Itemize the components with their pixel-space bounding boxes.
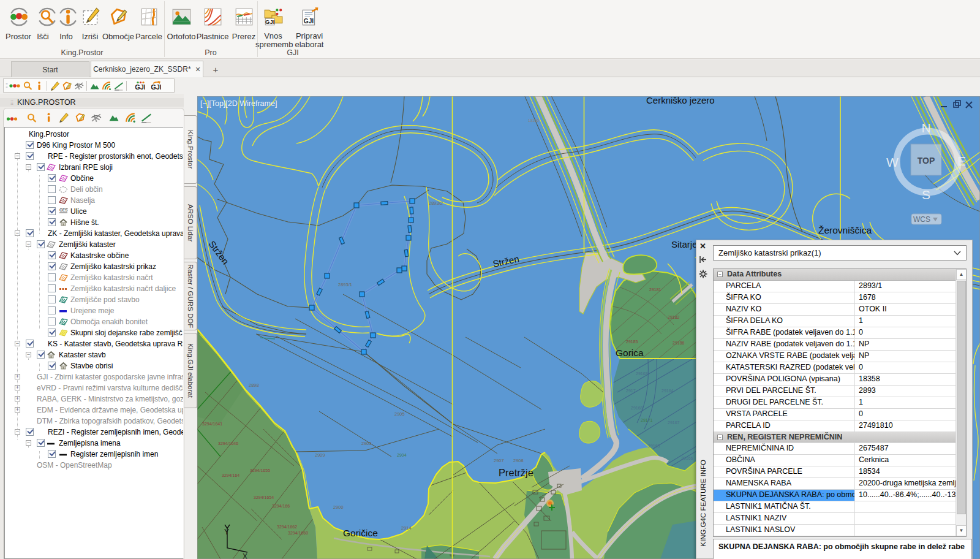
svg-text:E: E: [957, 154, 966, 168]
svg-text:29168: 29168: [631, 406, 643, 410]
svg-text:29186: 29186: [673, 341, 685, 345]
svg-text:29185: 29185: [626, 340, 638, 344]
svg-text:29181: 29181: [649, 287, 662, 292]
svg-text:2900: 2900: [333, 504, 344, 510]
svg-text:29166: 29166: [681, 456, 693, 460]
svg-text:2904: 2904: [397, 453, 407, 457]
svg-text:2908: 2908: [513, 458, 524, 463]
svg-text:2893/1: 2893/1: [338, 282, 352, 287]
svg-text:2893/2: 2893/2: [429, 200, 443, 206]
svg-text:W: W: [886, 155, 899, 169]
svg-text:Gorica: Gorica: [616, 348, 644, 358]
svg-text:TOP: TOP: [918, 156, 935, 165]
svg-text:2898: 2898: [249, 382, 259, 388]
svg-text:N: N: [921, 121, 930, 135]
svg-text:Cerkniško jezero: Cerkniško jezero: [646, 96, 715, 105]
svg-text:3294/166: 3294/166: [272, 504, 290, 508]
svg-text:Goričice: Goričice: [343, 528, 378, 538]
svg-text:3294/1646: 3294/1646: [218, 441, 238, 446]
svg-text:2907: 2907: [494, 458, 504, 463]
svg-text:3294/164: 3294/164: [222, 473, 239, 477]
svg-text:29165: 29165: [648, 444, 660, 448]
svg-text:2914: 2914: [401, 525, 412, 531]
svg-text:Y: Y: [224, 528, 229, 536]
svg-text:2903: 2903: [361, 441, 372, 446]
svg-text:Žerovniščica: Žerovniščica: [818, 225, 872, 235]
svg-text:WCS: WCS: [913, 215, 930, 224]
svg-text:29164: 29164: [662, 389, 674, 393]
svg-text:2909: 2909: [315, 452, 325, 458]
svg-text:29182: 29182: [668, 315, 680, 319]
svg-text:3294/1655: 3294/1655: [250, 468, 270, 473]
svg-text:2905: 2905: [394, 411, 405, 417]
svg-text:3294/1654: 3294/1654: [254, 495, 274, 500]
svg-text:3294/1660: 3294/1660: [288, 531, 308, 535]
svg-text:3294/1662: 3294/1662: [277, 525, 297, 529]
svg-text:29167: 29167: [668, 420, 680, 425]
svg-text:29171: 29171: [641, 418, 653, 422]
svg-text:X: X: [243, 552, 247, 559]
svg-text:3294/1641: 3294/1641: [202, 422, 222, 426]
svg-text:2917: 2917: [626, 389, 636, 393]
svg-text:[−][Top][2D Wireframe]: [−][Top][2D Wireframe]: [200, 99, 277, 108]
svg-text:Pretržje: Pretržje: [499, 467, 533, 478]
svg-text:29163: 29163: [636, 371, 648, 376]
svg-text:S: S: [922, 188, 930, 202]
svg-text:13160: 13160: [528, 118, 539, 123]
